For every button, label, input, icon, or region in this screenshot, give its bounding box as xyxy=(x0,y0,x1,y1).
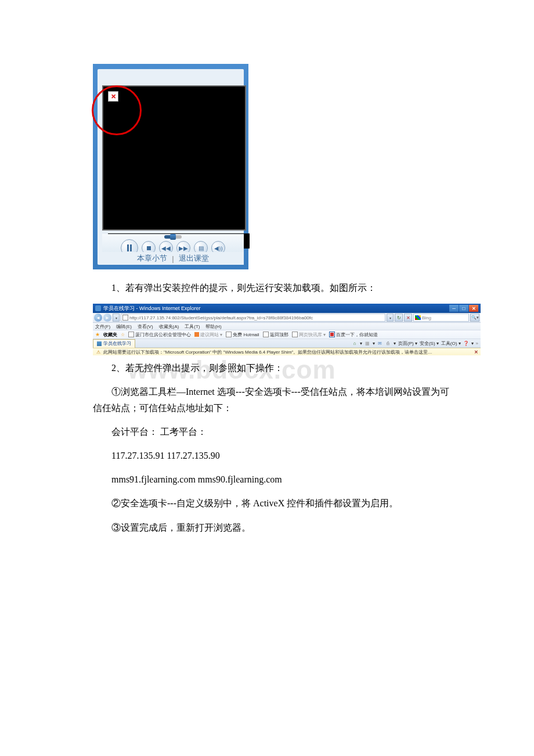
favorites-bar: ★ 收藏夹 ☆ 厦门市住房公积金管理中心 建议网站 ▾ 免费 Hotmail 返… xyxy=(93,330,481,339)
paragraph-8: ③设置完成后，重新打开浏览器。 xyxy=(93,520,453,535)
safety-menu[interactable]: 安全(S) ▾ xyxy=(420,340,439,347)
help-icon[interactable]: ❓ xyxy=(463,340,469,346)
fav-item-3[interactable]: 免费 Hotmail xyxy=(226,332,259,338)
active-tab[interactable]: 学员在线学习 xyxy=(93,339,135,348)
url-input[interactable]: http://117.27.135.74:802/StudentSet/gss/… xyxy=(121,314,385,322)
url-dropdown[interactable]: ▾ xyxy=(387,314,394,322)
bing-icon xyxy=(415,315,421,320)
annotation-circle xyxy=(92,85,142,135)
page-menu[interactable]: 页面(P) ▾ xyxy=(398,340,417,347)
menu-favorites[interactable]: 收藏夹(A) xyxy=(159,323,179,330)
window-title: 学员在线学习 - Windows Internet Explorer xyxy=(103,305,201,312)
browser-screenshot: 学员在线学习 - Windows Internet Explorer ─ □ ✕… xyxy=(93,304,481,350)
warning-icon: ⚠ xyxy=(95,349,101,355)
paragraph-2: 2、若无控件弹出提示，则参照如下操作： xyxy=(93,360,453,376)
back-button[interactable]: ◄ xyxy=(94,314,102,322)
forward-button[interactable]: ► xyxy=(103,314,111,322)
home-icon[interactable]: ⌂ xyxy=(352,340,358,346)
ie-icon xyxy=(95,305,101,311)
paragraph-6: mms91.fjlearning.com mms90.fjlearning.co… xyxy=(93,471,453,487)
window-titlebar: 学员在线学习 - Windows Internet Explorer ─ □ ✕ xyxy=(93,304,481,313)
address-bar: ◄ ► ▾ http://117.27.135.74:802/StudentSe… xyxy=(93,313,481,323)
player-frame: 正在连接 00:00/00:00 ◀◀ ▶▶ ▤ ◀)) 本章小节 | xyxy=(98,69,244,265)
star-icon[interactable]: ★ xyxy=(95,332,100,337)
paragraph-3: ①浏览器工具栏—Internet 选项---安全选项卡---受信任站点，将本培训… xyxy=(93,384,453,415)
fav-item-5[interactable]: 网页快讯库 ▾ xyxy=(292,332,326,338)
player-footer: 本章小节 | 退出课堂 xyxy=(102,252,244,265)
seek-slider[interactable] xyxy=(164,235,182,239)
paragraph-7: ②安全选项卡---自定义级别中，将 ActiveX 控件和插件都设置为启用。 xyxy=(93,495,453,511)
exit-link[interactable]: 退出课堂 xyxy=(179,253,209,264)
media-player-screenshot: 正在连接 00:00/00:00 ◀◀ ▶▶ ▤ ◀)) 本章小节 | xyxy=(93,64,248,269)
star-icon-2: ☆ xyxy=(121,332,125,337)
paragraph-5: 117.27.135.91 117.27.135.90 xyxy=(93,448,453,463)
menu-edit[interactable]: 编辑(E) xyxy=(116,323,132,330)
menu-tools[interactable]: 工具(T) xyxy=(185,323,200,330)
search-input[interactable]: Bing xyxy=(413,314,469,322)
print-icon[interactable]: ⎙ xyxy=(385,340,391,346)
mail-icon[interactable]: ✉ xyxy=(377,340,383,346)
minimize-button[interactable]: ─ xyxy=(449,305,459,312)
command-bar: ⌂▾ ▦▾ ✉ ⎙▾ 页面(P) ▾ 安全(S) ▾ 工具(O) ▾ ❓▾ » xyxy=(352,340,481,347)
paragraph-4: 会计平台： 工考平台： xyxy=(93,424,453,440)
refresh-button[interactable]: ↻ xyxy=(395,314,403,322)
nav-dropdown[interactable]: ▾ xyxy=(113,314,120,322)
menu-help[interactable]: 帮助(H) xyxy=(205,323,221,330)
feed-icon[interactable]: ▦ xyxy=(365,340,370,346)
tab-icon xyxy=(97,341,102,346)
paragraph-1: 1、若有弹出安装控件的提示，则先运行安装加载项。如图所示： xyxy=(93,280,453,296)
menu-bar: 文件(F) 编辑(E) 查看(V) 收藏夹(A) 工具(T) 帮助(H) xyxy=(93,323,481,330)
infobar-text: 此网站需要运行以下加载项："Microsoft Corporation" 中的 … xyxy=(103,349,432,355)
page-icon xyxy=(122,315,128,321)
fav-item-6[interactable]: 百度一下，你就知道 xyxy=(329,332,378,338)
close-button[interactable]: ✕ xyxy=(469,305,478,312)
infobar-close[interactable]: ✕ xyxy=(474,350,478,355)
tools-menu[interactable]: 工具(O) ▾ xyxy=(441,340,461,347)
fav-item-4[interactable]: 返回顶部 xyxy=(263,332,288,338)
menu-view[interactable]: 查看(V) xyxy=(138,323,153,330)
fav-item-1[interactable]: 厦门市住房公积金管理中心 xyxy=(128,332,191,338)
tab-bar: 学员在线学习 ⌂▾ ▦▾ ✉ ⎙▾ 页面(P) ▾ 安全(S) ▾ 工具(O) … xyxy=(93,339,481,348)
favorites-label[interactable]: 收藏夹 xyxy=(103,332,117,338)
menu-file[interactable]: 文件(F) xyxy=(95,323,110,330)
search-dropdown[interactable]: 🔍▾ xyxy=(470,314,479,322)
info-bar[interactable]: ⚠ 此网站需要运行以下加载项："Microsoft Corporation" 中… xyxy=(93,348,481,355)
maximize-button[interactable]: □ xyxy=(459,305,468,312)
chapter-link[interactable]: 本章小节 xyxy=(137,253,167,264)
stop-button[interactable]: ✕ xyxy=(404,314,412,322)
fav-item-2[interactable]: 建议网站 ▾ xyxy=(194,332,222,338)
